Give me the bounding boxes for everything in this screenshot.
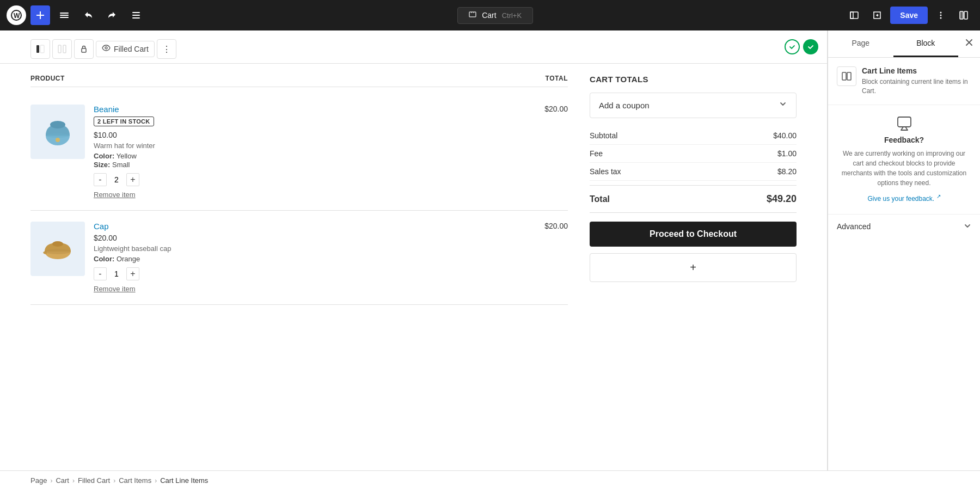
block-view-split-button[interactable] [52, 39, 72, 59]
undo-button[interactable] [78, 5, 98, 25]
main-area: Filled Cart ⋮ PRODUCT [0, 30, 980, 470]
save-button[interactable]: Save [890, 7, 928, 24]
svg-point-27 [45, 249, 71, 254]
block-view-left-button[interactable] [30, 39, 50, 59]
feedback-section: Feedback? We are currently working on im… [828, 105, 980, 215]
settings-sidebar-button[interactable] [954, 5, 973, 25]
cart-indicator-icon [469, 11, 476, 20]
close-panel-button[interactable] [958, 30, 980, 57]
cart-table: PRODUCT TOTAL [30, 75, 568, 305]
cart-table-header: PRODUCT TOTAL [30, 75, 568, 87]
beanie-stock-badge: 2 LEFT IN STOCK [94, 117, 154, 126]
breadcrumb-filled-cart[interactable]: Filled Cart [78, 476, 110, 485]
svg-point-11 [940, 15, 942, 16]
cart-totals-section: CART TOTALS Add a coupon Subtotal $40.00 [590, 75, 797, 282]
cart-indicator[interactable]: Cart Ctrl+K [457, 7, 533, 24]
wp-logo[interactable]: W [7, 5, 26, 25]
view-preview-button[interactable] [844, 5, 864, 25]
cart-shortcut: Ctrl+K [502, 11, 522, 20]
add-block-button[interactable]: + [590, 253, 797, 282]
lock-button[interactable] [74, 39, 94, 59]
beanie-link[interactable]: Beanie [94, 105, 119, 114]
subtotal-value: $40.00 [773, 131, 797, 140]
breadcrumb-cart-items[interactable]: Cart Items [119, 476, 151, 485]
breadcrumb: Page › Cart › Filled Cart › Cart Items ›… [0, 470, 980, 490]
block-info-title: Cart Line Items [862, 66, 971, 75]
list-view-button[interactable] [126, 5, 146, 25]
total-label: Total [590, 194, 610, 204]
beanie-size: Size: Small [94, 161, 516, 169]
svg-point-23 [56, 138, 60, 142]
topbar-right: Save [844, 5, 973, 25]
cart-item: Beanie 2 LEFT IN STOCK $10.00 Warm hat f… [30, 94, 568, 211]
subtotal-label: Subtotal [590, 131, 617, 140]
cart-title: Cart [482, 11, 496, 20]
breadcrumb-cart-line-items[interactable]: Cart Line Items [160, 476, 208, 485]
beanie-image [30, 105, 85, 159]
cart-totals-heading: CART TOTALS [590, 75, 797, 84]
feedback-link-label: Give us your feedback. [867, 195, 934, 203]
breadcrumb-sep-4: › [155, 477, 157, 485]
advanced-section: Advanced [828, 215, 980, 239]
status-circle-filled [803, 39, 818, 54]
beanie-qty-increase[interactable]: + [126, 173, 139, 186]
external-link-icon: ↗ [936, 193, 941, 199]
advanced-label: Advanced [837, 222, 871, 231]
coupon-row[interactable]: Add a coupon [590, 93, 797, 118]
cart-split: PRODUCT TOTAL [30, 75, 797, 305]
tools-button[interactable] [54, 5, 74, 25]
breadcrumb-cart[interactable]: Cart [56, 476, 69, 485]
beanie-details: Beanie 2 LEFT IN STOCK $10.00 Warm hat f… [94, 105, 516, 199]
preview-button[interactable] [867, 5, 887, 25]
svg-rect-29 [847, 72, 851, 80]
right-panel: Page Block Cart Line Items Block contain… [828, 30, 980, 470]
cap-image [30, 222, 85, 276]
tab-page[interactable]: Page [828, 30, 893, 57]
feedback-text: We are currently working on improving ou… [837, 149, 971, 188]
status-circle-outline [785, 39, 800, 54]
svg-rect-6 [132, 17, 140, 19]
cap-total: $20.00 [524, 222, 568, 230]
cap-link[interactable]: Cap [94, 222, 109, 231]
more-options-button[interactable]: ⋮ [157, 39, 176, 59]
cap-qty-decrease[interactable]: - [94, 267, 107, 280]
svg-point-22 [50, 121, 65, 128]
cap-remove-link[interactable]: Remove item [94, 285, 136, 293]
breadcrumb-sep-2: › [72, 477, 75, 485]
block-toolbar: Filled Cart ⋮ [0, 30, 827, 64]
cap-details: Cap $20.00 Lightweight baseball cap Colo… [94, 222, 516, 293]
cap-qty-increase[interactable]: + [126, 267, 139, 280]
feedback-title: Feedback? [837, 136, 971, 144]
breadcrumb-page[interactable]: Page [30, 476, 47, 485]
beanie-price: $10.00 [94, 131, 516, 139]
svg-point-26 [52, 241, 63, 247]
svg-rect-18 [63, 45, 66, 53]
tab-block[interactable]: Block [893, 30, 959, 57]
chevron-down-icon [779, 100, 787, 111]
filled-cart-label: Filled Cart [114, 45, 149, 53]
chevron-down-icon [964, 222, 971, 231]
beanie-quantity-control: - 2 + [94, 173, 516, 186]
beanie-remove-link[interactable]: Remove item [94, 191, 136, 199]
svg-rect-19 [82, 48, 86, 52]
subtotal-row: Subtotal $40.00 [590, 127, 797, 145]
options-button[interactable] [931, 5, 951, 25]
total-value: $49.20 [767, 193, 797, 205]
feedback-icon [837, 116, 971, 131]
total-col-header: TOTAL [546, 75, 568, 82]
advanced-toggle[interactable]: Advanced [837, 222, 971, 231]
filled-cart-button[interactable]: Filled Cart [96, 41, 155, 57]
feedback-link[interactable]: Give us your feedback. ↗ [867, 195, 940, 203]
breadcrumb-sep-3: › [113, 477, 115, 485]
checkout-button[interactable]: Proceed to Checkout [590, 222, 797, 247]
beanie-qty-decrease[interactable]: - [94, 173, 107, 186]
svg-point-12 [940, 17, 942, 19]
sales-tax-row: Sales tax $8.20 [590, 163, 797, 181]
add-block-button[interactable] [30, 5, 50, 25]
fee-value: $1.00 [777, 149, 797, 158]
product-col-header: PRODUCT [30, 75, 65, 82]
svg-point-20 [105, 47, 107, 49]
block-info-description: Block containing current line items in C… [862, 77, 971, 96]
svg-rect-5 [132, 15, 140, 16]
redo-button[interactable] [102, 5, 122, 25]
